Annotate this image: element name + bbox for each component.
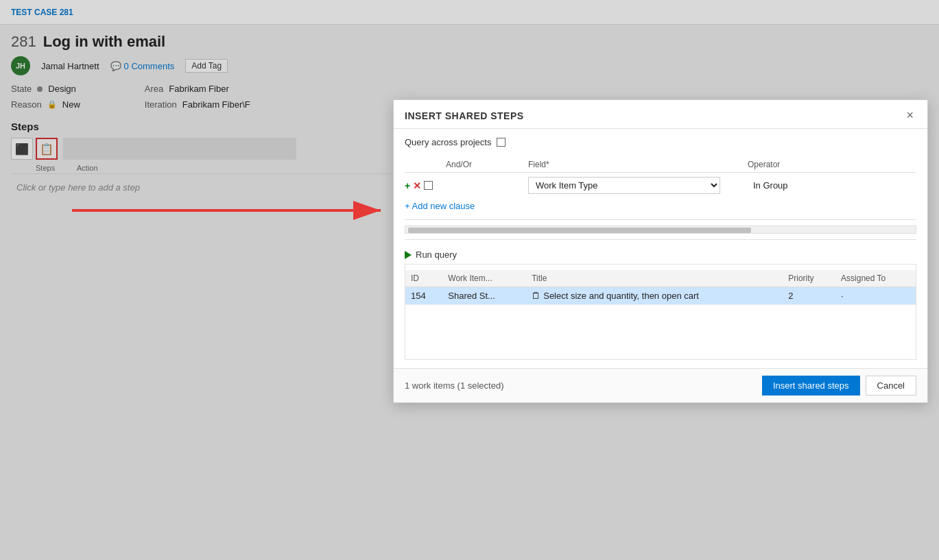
modal-body: Query across projects And/Or Field* Oper…: [394, 129, 927, 368]
col-id: ID: [405, 270, 442, 287]
col-work-item-type: Work Item...: [442, 270, 526, 287]
col-header-operator: Operator: [748, 160, 871, 169]
query-builder-header: And/Or Field* Operator: [405, 157, 916, 173]
table-row[interactable]: 154 Shared St... 🗒Select size and quanti…: [405, 287, 916, 305]
col-assigned-to: Assigned To: [835, 270, 916, 287]
footer-status: 1 work items (1 selected): [405, 380, 504, 391]
run-query-label: Run query: [416, 249, 457, 260]
insert-shared-steps-modal: INSERT SHARED STEPS × Query across proje…: [393, 99, 928, 403]
field-cell: Work Item Type: [528, 177, 748, 194]
row-action-buttons: + ✕: [405, 180, 446, 191]
results-area: ID Work Item... Title Priority Assigned …: [405, 264, 916, 360]
arrow-indicator: [65, 200, 394, 221]
cell-id: 154: [405, 287, 442, 305]
add-new-clause[interactable]: + Add new clause: [405, 198, 475, 214]
modal-footer: 1 work items (1 selected) Insert shared …: [394, 368, 927, 402]
query-across-checkbox[interactable]: [497, 138, 506, 147]
cell-work-item-type: Shared St...: [442, 287, 526, 305]
query-builder-row: + ✕ Work Item Type In Group: [405, 173, 916, 198]
cell-priority: 2: [783, 287, 835, 305]
horizontal-scrollbar[interactable]: [405, 226, 916, 234]
divider-2: [405, 239, 916, 240]
operator-cell: In Group: [748, 180, 871, 191]
divider-1: [405, 219, 916, 220]
col-priority: Priority: [783, 270, 835, 287]
col-title: Title: [526, 270, 783, 287]
cell-assigned-to: ·: [835, 287, 916, 305]
cancel-button[interactable]: Cancel: [866, 376, 916, 395]
row-checkbox[interactable]: [424, 181, 433, 190]
run-query-button[interactable]: Run query: [405, 245, 457, 264]
results-table: ID Work Item... Title Priority Assigned …: [405, 270, 916, 305]
query-across-row: Query across projects: [405, 137, 916, 147]
modal-header: INSERT SHARED STEPS ×: [394, 100, 927, 129]
row-add-button[interactable]: +: [405, 180, 410, 191]
modal-close-button[interactable]: ×: [903, 108, 916, 123]
cell-title: 🗒Select size and quantity, then open car…: [526, 287, 783, 305]
scrollbar-thumb: [408, 228, 751, 233]
query-across-label: Query across projects: [405, 137, 491, 147]
title-icon: 🗒: [532, 291, 540, 301]
field-select[interactable]: Work Item Type: [528, 177, 720, 194]
modal-title: INSERT SHARED STEPS: [405, 110, 524, 121]
footer-actions: Insert shared steps Cancel: [762, 376, 916, 395]
run-query-icon: [405, 251, 412, 259]
col-header-field: Field*: [528, 160, 748, 169]
insert-shared-steps-button[interactable]: Insert shared steps: [762, 376, 860, 395]
col-header-icons: [405, 160, 446, 169]
row-remove-button[interactable]: ✕: [413, 180, 421, 191]
col-header-and-or: And/Or: [446, 160, 528, 169]
results-header-row: ID Work Item... Title Priority Assigned …: [405, 270, 916, 287]
